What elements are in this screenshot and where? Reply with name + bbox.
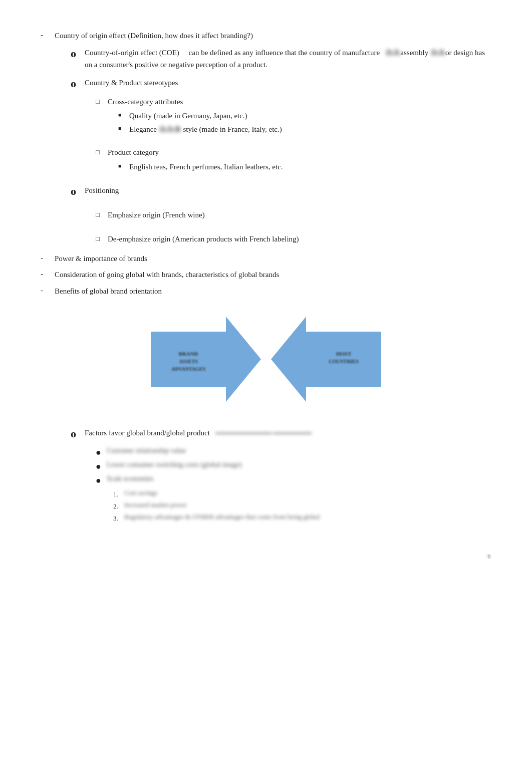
- bullet-text-1: Country of origin effect (Definition, ho…: [55, 30, 253, 42]
- sq1-cross-category: □ Cross-category attributes: [96, 96, 491, 108]
- svg-text:BRAND: BRAND: [178, 351, 198, 357]
- blurred-dot-1: ●: [96, 447, 107, 457]
- o-item-factors: o Factors favor global brand/global prod…: [71, 427, 491, 440]
- sq1-marker-4: □: [96, 233, 108, 243]
- sq1-emphasize: □ Emphasize origin (French wine): [96, 209, 491, 221]
- sq2-text-1: Quality (made in Germany, Japan, etc.): [129, 110, 247, 122]
- o-marker-4: o: [71, 427, 85, 440]
- sub-content-1: Cost savings: [124, 489, 157, 497]
- dash-2: -: [41, 253, 55, 262]
- o-item-coe: o Country-of-origin effect (COE) can be …: [71, 47, 491, 71]
- blurred-content-2: Lower consumer switching costs (global i…: [107, 461, 241, 469]
- bullet-text-3: Consideration of going global with brand…: [55, 269, 279, 281]
- sub-marker-1: 1.: [113, 489, 124, 498]
- blurred-content-1: Customer relationship value: [107, 447, 186, 455]
- sq2-marker-3: ■: [118, 161, 129, 169]
- blurred-elegance: 偽偽像: [159, 125, 181, 133]
- sq2-text-3: English teas, French perfumes, Italian l…: [129, 161, 283, 173]
- sq1-marker-1: □: [96, 96, 108, 106]
- bullet-text-2: Power & importance of brands: [55, 253, 147, 265]
- svg-marker-4: [271, 317, 381, 402]
- sq1-text-4: De-emphasize origin (American products w…: [108, 233, 299, 245]
- dash-3: -: [41, 269, 55, 278]
- o-marker-2: o: [71, 77, 85, 90]
- o-marker-3: o: [71, 184, 85, 198]
- sq2-elegance: ■ Elegance 偽偽像 style (made in France, It…: [118, 124, 491, 135]
- top-bullet-2: - Power & importance of brands: [41, 253, 491, 265]
- sub-blurred-bullet-2: 2. Increased market power: [113, 501, 491, 510]
- sq1-product-category: □ Product category: [96, 147, 491, 158]
- o-marker-1: o: [71, 47, 85, 60]
- svg-text:HOST: HOST: [336, 351, 352, 357]
- o-content-2: Country & Product stereotypes: [85, 77, 178, 89]
- sq2-english-teas: ■ English teas, French perfumes, Italian…: [118, 161, 491, 173]
- blurred-factors-header: ━━━━━━━━━━━━━━━━ ━━━━━━━━━━━: [215, 430, 312, 437]
- blurred-bullet-2: ● Lower consumer switching costs (global…: [96, 461, 491, 471]
- o-content-4: Factors favor global brand/global produc…: [85, 427, 312, 439]
- left-arrow-svg: BRAND ASSETS ADVANTAGES: [151, 312, 261, 407]
- sq1-deemphasize: □ De-emphasize origin (American products…: [96, 233, 491, 245]
- bullet-text-4: Benefits of global brand orientation: [55, 286, 162, 297]
- sub-content-2: Increased market power: [124, 501, 187, 509]
- o-content-1: Country-of-origin effect (COE) can be de…: [85, 47, 491, 71]
- svg-marker-0: [151, 317, 261, 402]
- sub-blurred-bullet-1: 1. Cost savings: [113, 489, 491, 498]
- sq1-text-3: Emphasize origin (French wine): [108, 209, 205, 221]
- svg-text:COUNTRIES: COUNTRIES: [329, 359, 359, 364]
- sub-blurred-bullet-3: 3. Regulatory advantages & OTHER advanta…: [113, 513, 491, 523]
- sq2-quality: ■ Quality (made in Germany, Japan, etc.): [118, 110, 491, 122]
- blurred-dot-3: ●: [96, 475, 107, 485]
- dash-1: -: [41, 30, 55, 39]
- o-item-stereotypes: o Country & Product stereotypes: [71, 77, 491, 90]
- page-number: ®: [41, 553, 491, 561]
- dash-4: -: [41, 286, 55, 295]
- svg-text:ASSETS: ASSETS: [179, 359, 198, 364]
- top-bullet-4: - Benefits of global brand orientation: [41, 286, 491, 297]
- blurred-text-1: 偽偽: [385, 49, 400, 57]
- content-area: - Country of origin effect (Definition, …: [41, 30, 491, 561]
- sq2-text-2: Elegance 偽偽像 style (made in France, Ital…: [129, 124, 282, 135]
- blurred-bullet-1: ● Customer relationship value: [96, 447, 491, 457]
- sq1-text-1: Cross-category attributes: [108, 96, 183, 108]
- top-bullet-1: - Country of origin effect (Definition, …: [41, 30, 491, 42]
- blurred-content-3: Scale economies: [107, 475, 154, 483]
- sq2-marker-2: ■: [118, 124, 129, 131]
- blurred-dot-2: ●: [96, 461, 107, 471]
- sub-marker-3: 3.: [113, 513, 124, 523]
- sq1-text-2: Product category: [108, 147, 159, 158]
- o-content-3: Positioning: [85, 184, 119, 196]
- arrow-diagram: BRAND ASSETS ADVANTAGES HOST COUNTRIES: [151, 312, 381, 412]
- sq1-marker-2: □: [96, 147, 108, 156]
- blurred-text-2: 偽偽: [430, 49, 445, 57]
- sq1-marker-3: □: [96, 209, 108, 219]
- top-bullet-3: - Consideration of going global with bra…: [41, 269, 491, 281]
- svg-text:ADVANTAGES: ADVANTAGES: [171, 366, 205, 372]
- right-arrow-svg: HOST COUNTRIES: [271, 312, 381, 407]
- blurred-bullet-3: ● Scale economies: [96, 475, 491, 485]
- sub-content-3: Regulatory advantages & OTHER advantages…: [124, 513, 320, 521]
- sq2-marker-1: ■: [118, 110, 129, 118]
- sub-marker-2: 2.: [113, 501, 124, 510]
- o-item-positioning: o Positioning: [71, 184, 491, 198]
